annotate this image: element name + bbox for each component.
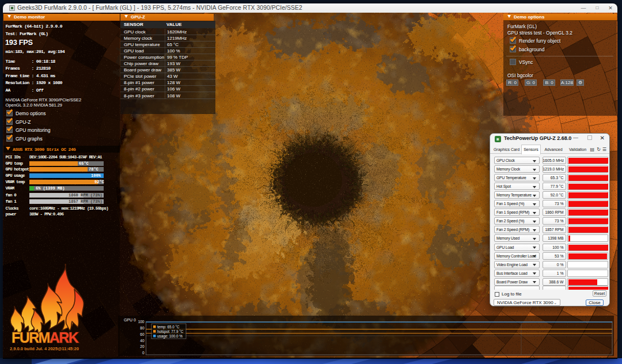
svg-text:hotspot: 77.9 °C: hotspot: 77.9 °C — [157, 329, 184, 334]
svg-text:GPU 0: GPU 0 — [124, 318, 136, 322]
svg-text:FURMARK: FURMARK — [12, 329, 79, 346]
svg-text:80: 80 — [140, 326, 145, 330]
svg-text:temp: 65.0 °C: temp: 65.0 °C — [157, 325, 180, 329]
svg-text:20: 20 — [140, 344, 145, 348]
svg-text:40: 40 — [140, 339, 145, 343]
svg-text:usage: 100.0 %: usage: 100.0 % — [157, 334, 183, 339]
svg-text:100: 100 — [138, 320, 145, 324]
svg-text:0: 0 — [142, 351, 145, 355]
svg-text:60: 60 — [140, 332, 145, 336]
